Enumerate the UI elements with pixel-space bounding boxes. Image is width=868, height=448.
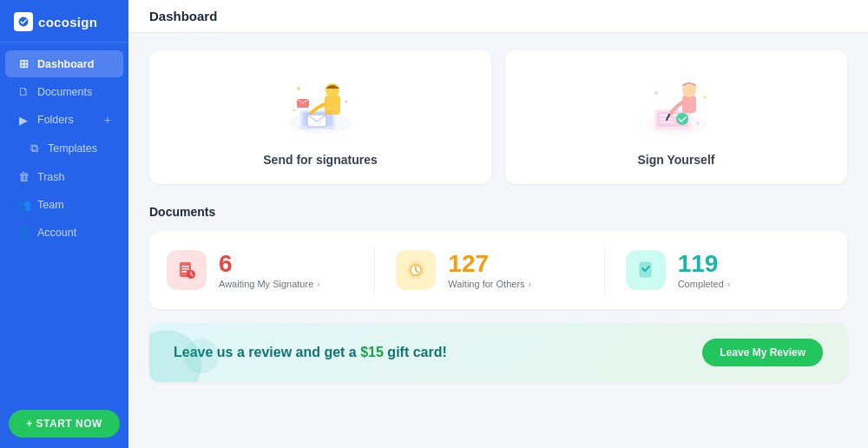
file-icon: 🗋 — [17, 85, 30, 98]
svg-point-21 — [654, 91, 658, 95]
trash-icon: 🗑 — [17, 170, 30, 183]
svg-point-19 — [682, 83, 696, 97]
send-signatures-card[interactable]: Send for signatures — [149, 50, 491, 184]
sidebar-bottom: + START NOW — [0, 399, 128, 448]
svg-rect-5 — [325, 96, 340, 115]
completed-arrow-icon: › — [727, 279, 731, 289]
sidebar-item-label: Documents — [37, 86, 92, 98]
svg-point-8 — [297, 87, 300, 90]
sign-yourself-label: Sign Yourself — [638, 153, 715, 167]
sidebar-item-label: Account — [37, 227, 76, 239]
sidebar: cocosign ⊞ Dashboard 🗋 Documents ▶ Folde… — [0, 0, 128, 448]
add-folder-icon[interactable]: + — [104, 113, 111, 127]
logo-area: cocosign — [0, 0, 128, 43]
completed-stat[interactable]: 119 Completed › — [604, 245, 830, 295]
sign-yourself-card[interactable]: Sign Yourself — [505, 50, 847, 184]
action-cards-row: Send for signatures — [149, 50, 847, 184]
send-illustration — [281, 71, 359, 141]
sidebar-item-templates[interactable]: ⧉ Templates — [5, 135, 123, 162]
folder-icon: ▶ — [17, 114, 30, 127]
sidebar-item-dashboard[interactable]: ⊞ Dashboard — [5, 50, 123, 77]
waiting-count: 127 — [448, 251, 600, 278]
page-title: Dashboard — [149, 9, 217, 23]
grid-icon: ⊞ — [17, 57, 30, 70]
svg-point-9 — [345, 101, 348, 103]
sidebar-item-label: Team — [37, 199, 64, 211]
main-nav: ⊞ Dashboard 🗋 Documents ▶ Folders + ⧉ Te… — [0, 43, 128, 399]
awaiting-arrow-icon: › — [317, 279, 320, 289]
svg-rect-26 — [181, 268, 189, 270]
start-now-button[interactable]: + START NOW — [9, 410, 120, 438]
sidebar-item-trash[interactable]: 🗑 Trash — [5, 163, 123, 190]
banner-decoration-2 — [184, 339, 219, 373]
awaiting-count: 6 — [219, 251, 371, 278]
sidebar-item-label: Trash — [37, 171, 65, 183]
completed-label: Completed › — [678, 279, 830, 289]
sign-illustration — [637, 71, 715, 141]
svg-point-10 — [293, 109, 295, 111]
sidebar-item-documents[interactable]: 🗋 Documents — [5, 78, 123, 105]
svg-rect-16 — [660, 122, 675, 123]
awaiting-signature-stat[interactable]: 6 Awaiting My Signature › — [167, 245, 371, 295]
documents-section-title: Documents — [149, 205, 847, 219]
svg-point-17 — [676, 113, 688, 125]
sidebar-item-team[interactable]: 👥 Team — [5, 191, 123, 218]
sidebar-item-label: Templates — [48, 142, 97, 155]
logo-text: cocosign — [38, 15, 97, 30]
main-content: Dashboard — [128, 0, 868, 448]
sidebar-item-label: Dashboard — [37, 58, 94, 70]
waiting-others-stat[interactable]: 127 Waiting for Others › — [374, 245, 600, 295]
users-icon: 👥 — [17, 198, 30, 211]
logo-icon — [14, 12, 33, 31]
completed-icon — [626, 250, 666, 290]
content-area: Send for signatures — [128, 33, 868, 399]
send-signatures-label: Send for signatures — [263, 153, 377, 167]
waiting-arrow-icon: › — [529, 279, 532, 289]
waiting-info: 127 Waiting for Others › — [448, 251, 600, 290]
svg-rect-25 — [181, 266, 189, 267]
completed-info: 119 Completed › — [678, 251, 830, 290]
svg-rect-18 — [682, 96, 696, 113]
documents-stats: 6 Awaiting My Signature › — [149, 231, 847, 309]
review-amount: $15 — [360, 345, 384, 359]
completed-count: 119 — [678, 251, 830, 278]
svg-point-22 — [704, 96, 707, 99]
awaiting-icon — [167, 250, 207, 290]
sidebar-item-folders[interactable]: ▶ Folders + — [5, 106, 123, 134]
review-banner: Leave us a review and get a $15 gift car… — [149, 323, 847, 382]
leave-review-button[interactable]: Leave My Review — [702, 339, 823, 366]
awaiting-info: 6 Awaiting My Signature › — [219, 251, 371, 290]
topbar: Dashboard — [128, 0, 868, 33]
svg-point-23 — [697, 122, 700, 125]
sidebar-item-account[interactable]: 👤 Account — [5, 219, 123, 246]
user-icon: 👤 — [17, 226, 30, 239]
svg-rect-27 — [181, 271, 187, 273]
waiting-icon — [396, 250, 436, 290]
copy-icon: ⧉ — [28, 142, 40, 155]
waiting-label: Waiting for Others › — [448, 279, 600, 289]
awaiting-label: Awaiting My Signature › — [219, 279, 371, 289]
sidebar-item-label: Folders — [37, 114, 74, 126]
